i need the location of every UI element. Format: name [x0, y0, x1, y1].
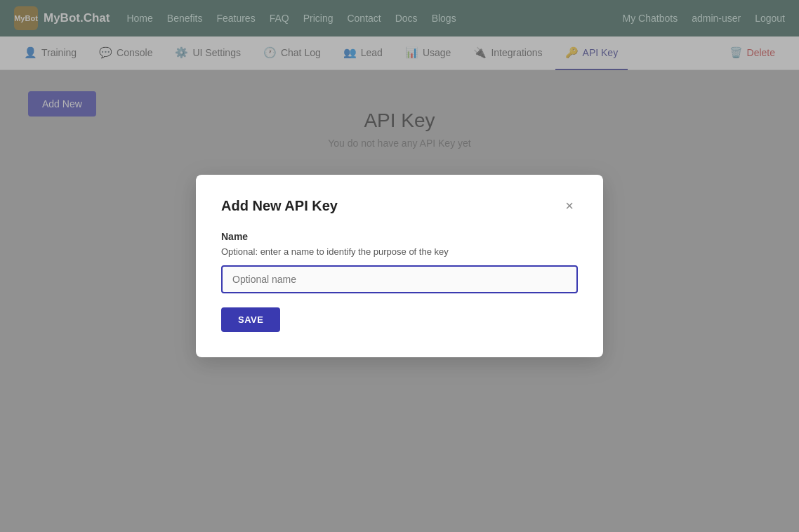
- field-name-hint: Optional: enter a name to identify the p…: [221, 246, 578, 257]
- modal-overlay[interactable]: Add New API Key × Name Optional: enter a…: [0, 0, 799, 532]
- modal-body: Name Optional: enter a name to identify …: [221, 231, 578, 332]
- save-button[interactable]: SAVE: [221, 307, 280, 332]
- modal-header: Add New API Key ×: [221, 197, 578, 214]
- modal-close-button[interactable]: ×: [561, 197, 578, 214]
- modal-dialog: Add New API Key × Name Optional: enter a…: [196, 175, 603, 357]
- api-key-name-input[interactable]: [221, 265, 578, 293]
- field-name-label: Name: [221, 231, 578, 242]
- modal-title: Add New API Key: [221, 198, 338, 214]
